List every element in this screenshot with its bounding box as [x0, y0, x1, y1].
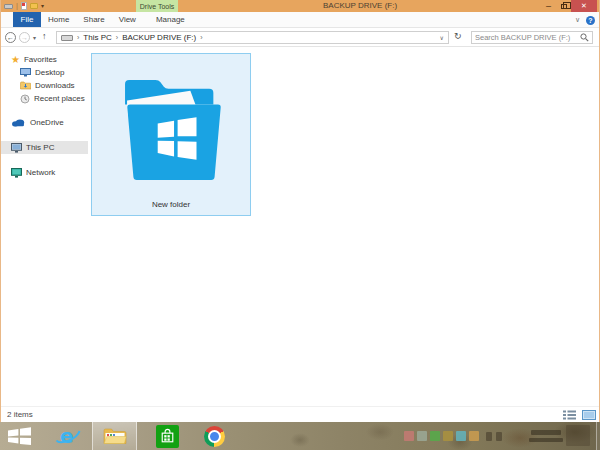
search-box[interactable]: [471, 31, 593, 44]
sidebar-item-recent-places[interactable]: Recent places: [1, 92, 88, 105]
breadcrumb-chevron-icon[interactable]: ›: [200, 34, 202, 41]
help-icon[interactable]: ?: [586, 16, 595, 25]
address-bar-row: ← → ▾ ↑ › This PC › BACKUP DRIVE (F:) › …: [1, 29, 599, 47]
large-icons-view-icon: [582, 410, 596, 420]
search-icon[interactable]: [580, 33, 589, 42]
restore-button[interactable]: [556, 0, 571, 12]
show-desktop-button[interactable]: [596, 422, 600, 450]
tray-icon[interactable]: [456, 431, 466, 441]
sidebar-label: Recent places: [34, 94, 85, 103]
tray-icon[interactable]: [443, 431, 453, 441]
desktop-icon: [20, 68, 31, 77]
large-icons-view-button[interactable]: [582, 410, 596, 420]
quick-access-toolbar: | ▾: [4, 0, 44, 12]
address-dropdown-icon[interactable]: ∨: [440, 34, 444, 41]
sidebar-label: This PC: [26, 143, 54, 152]
recent-places-icon: [20, 94, 30, 104]
internet-explorer-button[interactable]: e: [48, 422, 88, 450]
sidebar-item-this-pc[interactable]: This PC: [1, 141, 88, 154]
internet-explorer-icon: e: [55, 425, 81, 447]
tab-view[interactable]: View: [112, 12, 143, 27]
tab-file[interactable]: File: [13, 12, 41, 27]
window-body: ★ Favorites Desktop Downloads: [1, 48, 599, 406]
tray-icon[interactable]: [404, 431, 414, 441]
close-button[interactable]: ✕: [571, 0, 597, 12]
svg-text:e: e: [60, 425, 74, 447]
back-button[interactable]: ←: [5, 32, 16, 43]
address-bar[interactable]: › This PC › BACKUP DRIVE (F:) › ∨: [56, 31, 449, 44]
taskbar: e: [0, 422, 600, 450]
tab-manage[interactable]: Manage: [149, 12, 192, 27]
system-tray: [400, 422, 600, 450]
contextual-tab-group[interactable]: Drive Tools: [136, 0, 178, 12]
ribbon-right-controls: ∨ ?: [575, 12, 595, 28]
sidebar-item-desktop[interactable]: Desktop: [1, 66, 88, 79]
up-button[interactable]: ↑: [42, 31, 47, 41]
network-icon: [11, 168, 22, 178]
clock-date[interactable]: [529, 438, 563, 443]
qat-customize-caret-icon[interactable]: ▾: [41, 3, 44, 9]
onedrive-cloud-icon: [11, 118, 26, 127]
recent-locations-caret-icon[interactable]: ▾: [33, 34, 36, 41]
status-bar: 2 items: [1, 406, 599, 422]
sidebar-label: Downloads: [35, 81, 75, 90]
start-button[interactable]: [4, 422, 36, 450]
file-explorer-button[interactable]: [92, 422, 137, 450]
star-icon: ★: [11, 55, 20, 65]
tray-icon[interactable]: [496, 432, 502, 441]
minimize-button[interactable]: –: [541, 0, 556, 12]
qat-separator: |: [16, 2, 18, 10]
windows-store-icon: [156, 425, 179, 448]
google-chrome-button[interactable]: [194, 422, 234, 450]
ribbon-tab-row: File Home Share View Manage: [1, 12, 599, 28]
file-item-label: New folder: [92, 200, 250, 209]
details-view-button[interactable]: [563, 410, 576, 420]
tray-icon[interactable]: [417, 431, 427, 441]
refresh-icon[interactable]: ↻: [454, 31, 462, 41]
breadcrumb-chevron-icon[interactable]: ›: [77, 34, 79, 41]
windows-store-button[interactable]: [146, 422, 188, 450]
file-explorer-icon: [103, 427, 127, 446]
sidebar-item-onedrive[interactable]: OneDrive: [1, 116, 88, 129]
sidebar-label: Desktop: [35, 68, 64, 77]
sidebar-item-favorites[interactable]: ★ Favorites: [1, 53, 88, 66]
sidebar-item-network[interactable]: Network: [1, 166, 88, 179]
system-menu-drive-icon[interactable]: [4, 4, 13, 9]
clock-time[interactable]: [531, 430, 561, 435]
explorer-window: | ▾ Drive Tools BACKUP DRIVE (F:) – ✕ Fi…: [0, 0, 600, 422]
desktop-screen: | ▾ Drive Tools BACKUP DRIVE (F:) – ✕ Fi…: [0, 0, 600, 450]
tab-home[interactable]: Home: [41, 12, 76, 27]
windows-logo-icon: [8, 427, 32, 445]
restore-icon: [561, 4, 567, 9]
window-title: BACKUP DRIVE (F:): [323, 0, 397, 12]
forward-button: →: [19, 32, 30, 43]
tray-icon[interactable]: [486, 432, 492, 441]
sidebar-label: Network: [26, 168, 55, 177]
breadcrumb-backup-drive[interactable]: BACKUP DRIVE (F:): [122, 33, 196, 42]
file-item-new-folder[interactable]: New folder: [91, 53, 251, 216]
computer-icon: [11, 143, 22, 153]
qat-new-folder-icon[interactable]: [30, 3, 38, 9]
tray-overflow-area[interactable]: [566, 425, 590, 446]
downloads-folder-icon: [20, 81, 31, 90]
title-bar[interactable]: | ▾ Drive Tools BACKUP DRIVE (F:) – ✕: [1, 0, 599, 12]
item-count: 2 items: [7, 410, 33, 419]
folder-icon: [123, 73, 221, 185]
breadcrumb-this-pc[interactable]: This PC: [83, 33, 111, 42]
window-controls: – ✕: [541, 0, 599, 12]
breadcrumb-chevron-icon[interactable]: ›: [116, 34, 118, 41]
tray-icon[interactable]: [430, 431, 440, 441]
navigation-pane: ★ Favorites Desktop Downloads: [1, 48, 88, 406]
google-chrome-icon: [204, 426, 225, 447]
details-view-icon: [563, 410, 576, 420]
tab-share[interactable]: Share: [76, 12, 111, 27]
qat-properties-icon[interactable]: [21, 2, 27, 10]
location-drive-icon: [61, 35, 73, 41]
sidebar-item-downloads[interactable]: Downloads: [1, 79, 88, 92]
search-input[interactable]: [475, 33, 580, 42]
sidebar-label: Favorites: [24, 55, 57, 64]
expand-ribbon-icon[interactable]: ∨: [575, 16, 580, 24]
sidebar-label: OneDrive: [30, 118, 64, 127]
tray-icon[interactable]: [469, 431, 479, 441]
